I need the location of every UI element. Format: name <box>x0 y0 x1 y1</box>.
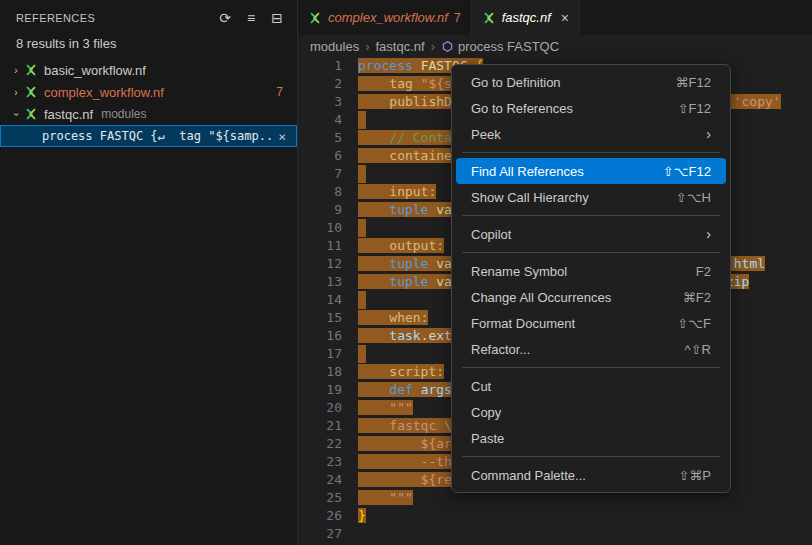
menu-separator <box>462 252 720 253</box>
line-number: 18 <box>298 363 358 381</box>
code-line: 26} <box>298 507 812 525</box>
reference-count-badge: 7 <box>276 85 283 99</box>
code-text <box>358 345 366 363</box>
tab-label: fastqc.nf <box>502 10 551 25</box>
menu-item-command-palette[interactable]: Command Palette...⇧⌘P <box>456 462 726 488</box>
line-number: 11 <box>298 237 358 255</box>
menu-item-cut[interactable]: Cut <box>456 373 726 399</box>
code-text <box>358 165 366 183</box>
tab-fastqc-nf[interactable]: fastqc.nf× <box>472 0 580 35</box>
menu-item-copy[interactable]: Copy <box>456 399 726 425</box>
collapse-all-icon[interactable]: ⊟ <box>267 8 287 28</box>
menu-separator <box>462 215 720 216</box>
line-number: 13 <box>298 273 358 291</box>
selection-highlight: input: <box>358 184 436 199</box>
context-menu: Go to Definition⌘F12Go to References⇧F12… <box>451 64 731 493</box>
code-text <box>358 219 366 237</box>
line-number: 15 <box>298 309 358 327</box>
menu-item-show-call-hierarchy[interactable]: Show Call Hierarchy⇧⌥H <box>456 184 726 210</box>
code-text: """ <box>358 489 413 507</box>
menu-separator <box>462 152 720 153</box>
line-number: 7 <box>298 165 358 183</box>
menu-item-format-document[interactable]: Format Document⇧⌥F <box>456 310 726 336</box>
menu-item-rename-symbol[interactable]: Rename SymbolF2 <box>456 258 726 284</box>
dismiss-icon[interactable]: × <box>278 129 286 144</box>
line-number: 6 <box>298 147 358 165</box>
file-name: fastqc.nf <box>44 107 93 122</box>
breadcrumb-item-process-fastqc[interactable]: process FASTQC <box>441 39 559 54</box>
line-number: 23 <box>298 453 358 471</box>
menu-item-copilot[interactable]: Copilot› <box>456 221 726 247</box>
line-number: 26 <box>298 507 358 525</box>
nextflow-icon <box>24 107 38 121</box>
tab-complex-workflow-nf[interactable]: complex_workflow.nf7 <box>298 0 472 35</box>
menu-item-label: Copilot <box>471 227 682 242</box>
menu-item-peek[interactable]: Peek› <box>456 121 726 147</box>
file-name: complex_workflow.nf <box>44 85 164 100</box>
menu-separator <box>462 367 720 368</box>
chevron-down-icon[interactable]: › <box>11 106 22 122</box>
breadcrumb-item-fastqc-nf[interactable]: fastqc.nf <box>375 39 424 54</box>
code-line: 27 <box>298 525 812 543</box>
tab-label: complex_workflow.nf <box>328 10 448 25</box>
chevron-separator-icon: › <box>365 39 369 54</box>
clear-all-icon[interactable]: ≡ <box>241 8 261 28</box>
menu-item-paste[interactable]: Paste <box>456 425 726 451</box>
menu-separator <box>462 456 720 457</box>
line-number: 1 <box>298 57 358 75</box>
line-number: 8 <box>298 183 358 201</box>
line-number: 14 <box>298 291 358 309</box>
breadcrumb-item-modules[interactable]: modules <box>310 39 359 54</box>
line-number: 19 <box>298 381 358 399</box>
selection-highlight <box>358 219 366 237</box>
results-summary: 8 results in 3 files <box>0 35 297 59</box>
code-text: input: <box>358 183 436 201</box>
breadcrumb-label: process FASTQC <box>458 39 559 54</box>
problems-badge: 7 <box>454 11 461 25</box>
sidebar-actions: ⟳≡⊟ <box>215 8 287 28</box>
selection-highlight: output: <box>358 238 444 253</box>
selection-highlight: script: <box>358 364 444 379</box>
chevron-right-icon[interactable]: › <box>8 87 24 98</box>
menu-item-go-to-definition[interactable]: Go to Definition⌘F12 <box>456 69 726 95</box>
line-number: 27 <box>298 525 358 543</box>
menu-item-label: Show Call Hierarchy <box>471 190 652 205</box>
menu-item-shortcut: ^⇧R <box>685 342 711 357</box>
selection-highlight <box>358 165 366 183</box>
menu-item-label: Copy <box>471 405 711 420</box>
selection-highlight: """ <box>358 490 413 505</box>
menu-item-go-to-references[interactable]: Go to References⇧F12 <box>456 95 726 121</box>
code-text <box>358 111 366 129</box>
refresh-icon[interactable]: ⟳ <box>215 8 235 28</box>
selection-highlight: } <box>358 508 366 523</box>
selection-highlight: when: <box>358 310 428 325</box>
menu-item-shortcut: ⇧⌥F12 <box>663 164 711 179</box>
tree-item-fastqc-nf[interactable]: ›fastqc.nfmodules <box>0 103 297 125</box>
code-text <box>358 291 366 309</box>
chevron-right-icon[interactable]: › <box>8 65 24 76</box>
selection-highlight: """ <box>358 400 413 415</box>
menu-item-find-all-references[interactable]: Find All References⇧⌥F12 <box>456 158 726 184</box>
menu-item-shortcut: ⇧⌘P <box>678 468 711 483</box>
line-number: 22 <box>298 435 358 453</box>
tab-bar: complex_workflow.nf7fastqc.nf× <box>298 0 812 35</box>
reference-result[interactable]: process FASTQC {↵ tag "${samp...× <box>0 125 297 147</box>
tree-item-basic-workflow-nf[interactable]: ›basic_workflow.nf <box>0 59 297 81</box>
menu-item-refactor[interactable]: Refactor...^⇧R <box>456 336 726 362</box>
line-number: 4 <box>298 111 358 129</box>
menu-item-label: Format Document <box>471 316 653 331</box>
line-number: 9 <box>298 201 358 219</box>
references-panel: REFERENCES ⟳≡⊟ 8 results in 3 files ›bas… <box>0 0 298 545</box>
menu-item-change-all-occurrences[interactable]: Change All Occurrences⌘F2 <box>456 284 726 310</box>
nextflow-icon <box>24 85 38 99</box>
tree-item-complex-workflow-nf[interactable]: ›complex_workflow.nf7 <box>0 81 297 103</box>
selection-highlight <box>358 111 366 129</box>
line-number: 16 <box>298 327 358 345</box>
menu-item-shortcut: ⇧F12 <box>678 101 711 116</box>
code-text: output: <box>358 237 444 255</box>
code-text: when: <box>358 309 428 327</box>
close-icon[interactable]: × <box>561 10 569 26</box>
file-path: modules <box>101 107 146 121</box>
submenu-arrow-icon: › <box>706 126 711 142</box>
menu-item-label: Refactor... <box>471 342 661 357</box>
